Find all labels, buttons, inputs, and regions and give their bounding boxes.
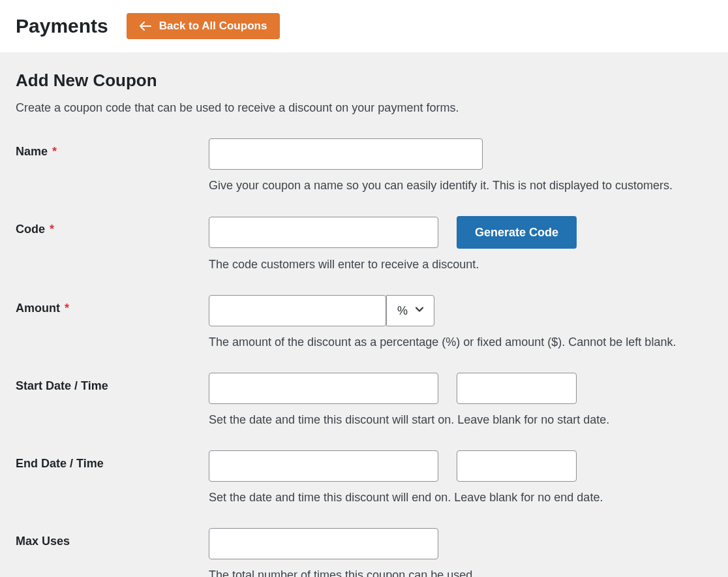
- topbar: Payments Back to All Coupons: [0, 0, 728, 52]
- chevron-down-icon: [413, 304, 425, 318]
- generate-code-button[interactable]: Generate Code: [457, 216, 577, 249]
- amount-input[interactable]: [209, 295, 386, 326]
- code-label: Code *: [16, 223, 54, 236]
- arrow-left-icon: [140, 21, 151, 31]
- end-date-label: End Date / Time: [16, 457, 104, 470]
- code-input[interactable]: [209, 217, 438, 248]
- end-date-help: Set the date and time this discount will…: [209, 491, 712, 505]
- main-content: Add New Coupon Create a coupon code that…: [0, 52, 728, 577]
- form-subtitle: Create a coupon code that can be used to…: [16, 101, 712, 115]
- max-uses-input[interactable]: [209, 528, 438, 559]
- name-label-text: Name: [16, 145, 48, 158]
- amount-unit-select[interactable]: %: [386, 295, 434, 326]
- required-marker: *: [52, 145, 57, 158]
- form-heading: Add New Coupon: [16, 70, 712, 91]
- field-amount: Amount * % The amou: [16, 295, 712, 349]
- field-max-uses: Max Uses The total number of times this …: [16, 528, 712, 577]
- amount-unit-value: %: [397, 304, 408, 318]
- start-time-input[interactable]: [457, 373, 577, 404]
- required-marker: *: [65, 302, 69, 315]
- name-input[interactable]: [209, 138, 483, 170]
- start-date-label: Start Date / Time: [16, 379, 108, 392]
- start-date-input[interactable]: [209, 373, 438, 404]
- field-start-date: Start Date / Time Set the date and time …: [16, 373, 712, 427]
- start-date-help: Set the date and time this discount will…: [209, 413, 712, 427]
- amount-help: The amount of the discount as a percenta…: [209, 335, 712, 349]
- max-uses-help: The total number of times this coupon ca…: [209, 569, 712, 577]
- name-label: Name *: [16, 145, 57, 158]
- max-uses-label: Max Uses: [16, 535, 70, 548]
- field-code: Code * Generate Code The code customers …: [16, 216, 712, 272]
- page-title: Payments: [16, 15, 108, 37]
- field-end-date: End Date / Time Set the date and time th…: [16, 450, 712, 505]
- code-help: The code customers will enter to receive…: [209, 258, 712, 272]
- name-help: Give your coupon a name so you can easil…: [209, 179, 712, 193]
- required-marker: *: [50, 223, 54, 236]
- amount-label: Amount *: [16, 302, 69, 315]
- back-to-coupons-button[interactable]: Back to All Coupons: [127, 13, 281, 39]
- end-time-input[interactable]: [457, 450, 577, 482]
- code-label-text: Code: [16, 223, 45, 236]
- end-date-input[interactable]: [209, 450, 438, 482]
- back-button-label: Back to All Coupons: [159, 20, 267, 33]
- field-name: Name * Give your coupon a name so you ca…: [16, 138, 712, 193]
- amount-label-text: Amount: [16, 302, 60, 315]
